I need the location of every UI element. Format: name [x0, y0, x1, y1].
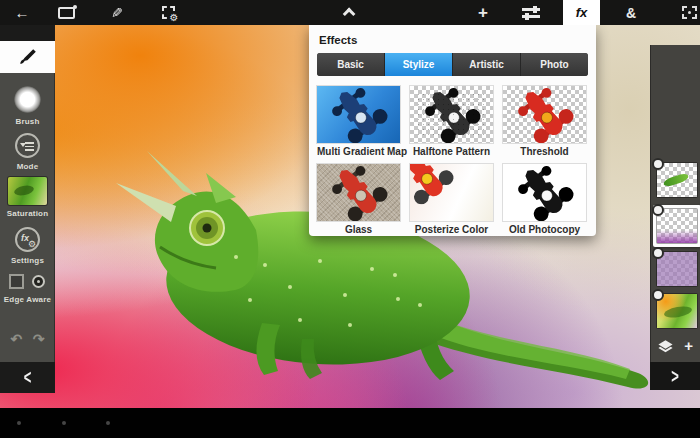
- edge-aware-label: Edge Aware: [0, 295, 55, 304]
- brush-preview-button[interactable]: [14, 86, 41, 113]
- collapse-left-toolbar-button[interactable]: <: [0, 362, 55, 393]
- edge-aware-checkbox[interactable]: [9, 274, 24, 289]
- effect-multi-gradient-map[interactable]: Multi Gradient Map: [317, 86, 400, 164]
- effect-old-photocopy[interactable]: Old Photocopy: [503, 164, 586, 242]
- photoshop-touch-app: ← ✎ ⚙ + fx &: [0, 0, 700, 438]
- saturation-label: Saturation: [0, 209, 55, 218]
- tab-photo[interactable]: Photo: [521, 53, 588, 76]
- nav-back-button[interactable]: [17, 421, 21, 425]
- brush-tool-icon: [18, 47, 38, 67]
- mode-button[interactable]: [15, 133, 40, 158]
- marquee-icon: ⚙: [162, 6, 175, 19]
- effect-thumbnail[interactable]: [317, 86, 400, 143]
- nav-home-button[interactable]: [62, 421, 66, 425]
- effect-label: Multi Gradient Map: [317, 145, 400, 158]
- layer-visibility-icon[interactable]: [652, 247, 664, 259]
- effect-label: Posterize Color: [410, 223, 493, 236]
- settings-button[interactable]: fx ⚙: [15, 227, 40, 252]
- layer-visibility-icon[interactable]: [652, 204, 664, 216]
- layer-item-1[interactable]: [657, 163, 697, 197]
- chevron-left-icon: <: [24, 366, 32, 389]
- effect-label: Old Photocopy: [503, 223, 586, 236]
- gear-icon: ⚙: [170, 13, 179, 23]
- top-toolbar: ← ✎ ⚙ + fx &: [0, 0, 700, 25]
- redo-button[interactable]: ↷: [33, 331, 45, 347]
- layer-thumbnail: [657, 163, 697, 197]
- layer-visibility-icon[interactable]: [652, 289, 664, 301]
- edge-aware-indicator: [32, 275, 45, 288]
- tab-basic[interactable]: Basic: [317, 53, 385, 76]
- layer-item-2-selected[interactable]: [653, 205, 700, 247]
- collapse-panel-button[interactable]: [340, 0, 360, 25]
- effects-panel-title: Effects: [319, 34, 588, 46]
- add-image-button[interactable]: [55, 0, 77, 25]
- add-image-icon: [58, 7, 75, 19]
- effect-thumbnail[interactable]: [317, 164, 400, 221]
- effect-label: Threshold: [503, 145, 586, 158]
- effect-glass[interactable]: Glass: [317, 164, 400, 242]
- layers-panel-tools: +: [650, 335, 700, 359]
- effects-grid: Multi Gradient Map Halftone Pattern Thre…: [317, 86, 588, 242]
- back-button[interactable]: ←: [12, 0, 32, 25]
- fx-button-active[interactable]: fx: [563, 0, 600, 25]
- layer-thumbnail-wrap: [657, 209, 697, 243]
- effects-tab-bar: Basic Stylize Artistic Photo: [317, 53, 588, 76]
- layers-panel: + >: [650, 45, 700, 390]
- tool-options-panel: Brush Mode Saturation fx ⚙ Settings Edge…: [0, 73, 55, 362]
- chevron-right-icon: >: [671, 365, 679, 388]
- pencil-icon: ✎: [111, 5, 123, 21]
- selection-settings-button[interactable]: ⚙: [155, 0, 181, 25]
- nav-recents-button[interactable]: [106, 421, 110, 425]
- add-layer-button[interactable]: +: [684, 337, 693, 354]
- effect-threshold[interactable]: Threshold: [503, 86, 586, 164]
- fullscreen-icon: [682, 6, 697, 19]
- effect-thumbnail[interactable]: [410, 86, 493, 143]
- layer-item-3[interactable]: [657, 252, 697, 286]
- ampersand-icon: &: [626, 5, 636, 21]
- effect-label: Halftone Pattern: [410, 145, 493, 158]
- layers-icon[interactable]: [657, 338, 674, 355]
- add-button[interactable]: +: [472, 0, 494, 25]
- layer-thumbnail: [657, 252, 697, 286]
- gear-icon: ⚙: [28, 239, 36, 249]
- layer-thumbnail: [657, 209, 697, 243]
- android-nav-bar: [0, 408, 700, 438]
- saturation-preview-button[interactable]: [8, 177, 47, 205]
- fullscreen-button[interactable]: [679, 0, 699, 25]
- history-controls: ↶ ↷: [0, 331, 55, 347]
- settings-label: Settings: [0, 256, 55, 265]
- mode-label: Mode: [0, 162, 55, 171]
- chevron-up-icon: [342, 8, 355, 21]
- active-tool-tab-brush[interactable]: [0, 41, 55, 73]
- tool-tab-strip: [0, 25, 55, 41]
- merge-button[interactable]: &: [620, 0, 642, 25]
- effect-posterize-color[interactable]: Posterize Color: [410, 164, 493, 242]
- draw-tool-button[interactable]: ✎: [106, 0, 128, 25]
- left-toolbar: Brush Mode Saturation fx ⚙ Settings Edge…: [0, 25, 55, 393]
- plus-icon: +: [478, 3, 488, 23]
- undo-button[interactable]: ↶: [11, 331, 23, 347]
- effect-thumbnail[interactable]: [503, 164, 586, 221]
- edge-aware-toggle[interactable]: [9, 274, 47, 289]
- brush-label: Brush: [0, 117, 55, 126]
- layer-visibility-icon[interactable]: [652, 158, 664, 170]
- expand-right-panel-button[interactable]: >: [650, 362, 700, 390]
- back-icon: ←: [15, 4, 30, 21]
- tab-artistic[interactable]: Artistic: [453, 53, 521, 76]
- layer-item-4[interactable]: [657, 294, 697, 328]
- sliders-icon: [522, 7, 540, 19]
- effect-thumbnail[interactable]: [503, 86, 586, 143]
- effect-label: Glass: [317, 223, 400, 236]
- effect-thumbnail[interactable]: [410, 164, 493, 221]
- tab-stylize[interactable]: Stylize: [385, 53, 453, 76]
- adjustments-button[interactable]: [518, 0, 544, 25]
- effects-panel: Effects Basic Stylize Artistic Photo Mul…: [309, 25, 596, 236]
- effect-halftone-pattern[interactable]: Halftone Pattern: [410, 86, 493, 164]
- layer-thumbnail: [657, 294, 697, 328]
